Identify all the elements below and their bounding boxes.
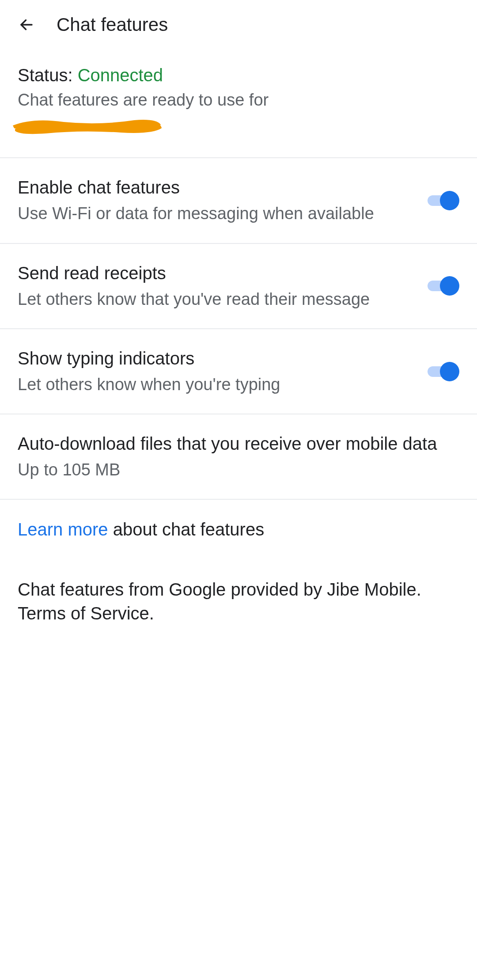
- toggle-typing-indicators[interactable]: [428, 362, 459, 381]
- setting-read-receipts[interactable]: Send read receipts Let others know that …: [0, 244, 477, 328]
- setting-title: Send read receipts: [18, 262, 413, 285]
- setting-desc: Let others know when you're typing: [18, 373, 413, 396]
- setting-enable-chat[interactable]: Enable chat features Use Wi-Fi or data f…: [0, 158, 477, 243]
- status-section: Status: Connected Chat features are read…: [0, 49, 477, 157]
- setting-text: Send read receipts Let others know that …: [18, 262, 413, 311]
- status-line: Status: Connected: [18, 65, 459, 85]
- redacted-phone: [11, 112, 165, 136]
- header: Chat features: [0, 0, 477, 49]
- back-icon[interactable]: [18, 16, 35, 34]
- toggle-enable-chat[interactable]: [428, 191, 459, 210]
- status-label: Status:: [18, 65, 78, 85]
- setting-typing-indicators[interactable]: Show typing indicators Let others know w…: [0, 329, 477, 414]
- setting-text: Auto-download files that you receive ove…: [18, 432, 459, 481]
- setting-title: Auto-download files that you receive ove…: [18, 432, 459, 455]
- setting-desc: Let others know that you've read their m…: [18, 288, 413, 311]
- setting-text: Enable chat features Use Wi-Fi or data f…: [18, 176, 413, 225]
- page-title: Chat features: [57, 14, 168, 35]
- status-value: Connected: [78, 65, 163, 85]
- setting-desc: Use Wi-Fi or data for messaging when ava…: [18, 202, 413, 225]
- setting-desc: Up to 105 MB: [18, 459, 459, 481]
- footer-text: Chat features from Google provided by Ji…: [0, 559, 477, 625]
- learn-rest: about chat features: [108, 520, 265, 539]
- setting-text: Show typing indicators Let others know w…: [18, 347, 413, 396]
- learn-section: Learn more about chat features: [0, 500, 477, 559]
- setting-title: Enable chat features: [18, 176, 413, 199]
- footer-content: Chat features from Google provided by Ji…: [18, 580, 421, 623]
- setting-title: Show typing indicators: [18, 347, 413, 370]
- toggle-read-receipts[interactable]: [428, 276, 459, 296]
- setting-auto-download[interactable]: Auto-download files that you receive ove…: [0, 414, 477, 499]
- learn-more-link[interactable]: Learn more: [18, 520, 108, 539]
- status-subtitle: Chat features are ready to use for: [18, 89, 459, 111]
